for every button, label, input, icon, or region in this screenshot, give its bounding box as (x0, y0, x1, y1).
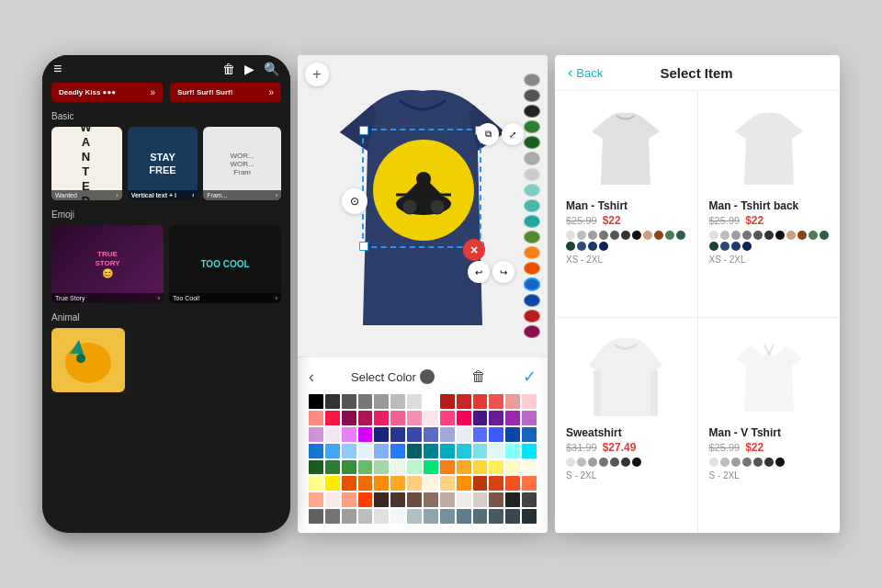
featured-surf[interactable]: Surf! Surf! Surf! » (170, 83, 281, 102)
palette-color-cell[interactable] (358, 411, 373, 425)
color-option[interactable] (524, 231, 540, 243)
palette-color-cell[interactable] (390, 411, 405, 425)
palette-color-cell[interactable] (505, 444, 520, 458)
design-overlay[interactable] (362, 129, 481, 248)
palette-color-cell[interactable] (473, 394, 488, 409)
color-dot[interactable] (775, 458, 785, 467)
color-dot[interactable] (566, 458, 575, 467)
palette-color-cell[interactable] (390, 492, 405, 507)
color-dot[interactable] (753, 231, 763, 240)
color-dot[interactable] (632, 458, 641, 467)
palette-color-cell[interactable] (309, 444, 323, 458)
palette-color-cell[interactable] (424, 476, 438, 491)
palette-color-cell[interactable] (440, 509, 455, 524)
palette-color-cell[interactable] (457, 444, 471, 458)
color-dot[interactable] (808, 231, 818, 240)
palette-color-cell[interactable] (325, 394, 340, 409)
palette-color-cell[interactable] (342, 509, 356, 524)
palette-color-cell[interactable] (473, 460, 488, 475)
color-dot[interactable] (797, 231, 807, 240)
palette-color-cell[interactable] (489, 444, 503, 458)
palette-color-cell[interactable] (407, 509, 422, 524)
palette-color-cell[interactable] (390, 394, 405, 409)
color-dot[interactable] (665, 231, 674, 240)
palette-color-cell[interactable] (358, 394, 373, 409)
color-dot[interactable] (742, 458, 752, 467)
palette-color-cell[interactable] (522, 509, 537, 524)
palette-color-cell[interactable] (342, 476, 356, 491)
palette-color-cell[interactable] (309, 394, 323, 409)
palette-color-cell[interactable] (424, 509, 438, 524)
palette-color-cell[interactable] (440, 476, 455, 491)
palette-color-cell[interactable] (374, 460, 389, 475)
palette-color-cell[interactable] (457, 394, 471, 409)
color-dot[interactable] (621, 458, 630, 467)
color-dot[interactable] (709, 242, 718, 251)
animal-card[interactable] (51, 328, 125, 392)
truestory-card[interactable]: TRUESTORY 😊 True Story› (51, 225, 164, 303)
palette-color-cell[interactable] (473, 411, 488, 425)
color-dot[interactable] (764, 458, 774, 467)
palette-color-cell[interactable] (342, 492, 356, 507)
layer-tool-button[interactable]: ⊙ (342, 188, 368, 214)
color-option[interactable] (524, 74, 540, 86)
color-option[interactable] (524, 246, 540, 259)
color-option[interactable] (524, 105, 540, 118)
color-dot[interactable] (731, 231, 741, 240)
color-dot[interactable] (588, 242, 597, 251)
palette-color-cell[interactable] (374, 492, 389, 507)
color-dot[interactable] (775, 231, 785, 240)
palette-color-cell[interactable] (374, 444, 389, 458)
stayfree-card[interactable]: STAY FREE Vertical text + i› (128, 127, 198, 200)
palette-color-cell[interactable] (325, 476, 340, 491)
palette-color-cell[interactable] (390, 460, 405, 475)
palette-color-cell[interactable] (522, 492, 537, 507)
color-dot[interactable] (786, 231, 796, 240)
palette-color-cell[interactable] (390, 476, 405, 491)
palette-color-cell[interactable] (342, 444, 356, 458)
item-card[interactable]: Man - V Tshirt$25.99$22S - 2XL (698, 318, 841, 533)
checkmark-icon[interactable]: ✓ (523, 367, 537, 387)
palette-color-cell[interactable] (522, 460, 537, 475)
palette-color-cell[interactable] (522, 427, 537, 442)
wanted-card[interactable]: W A N T E D Wanted› (51, 127, 122, 200)
palette-color-cell[interactable] (358, 492, 373, 507)
color-dot[interactable] (820, 231, 829, 240)
palette-color-cell[interactable] (358, 476, 373, 491)
color-option[interactable] (524, 294, 540, 307)
palette-color-cell[interactable] (489, 476, 503, 491)
item-card[interactable]: Sweatshirt$31.99$27.49S - 2XL (555, 318, 697, 533)
color-dot[interactable] (566, 242, 575, 251)
palette-color-cell[interactable] (309, 411, 323, 425)
color-option[interactable] (524, 215, 540, 228)
palette-color-cell[interactable] (457, 411, 471, 425)
palette-color-cell[interactable] (489, 394, 503, 409)
color-dot[interactable] (742, 231, 752, 240)
palette-color-cell[interactable] (457, 492, 471, 507)
palette-color-cell[interactable] (505, 476, 520, 491)
palette-color-cell[interactable] (342, 460, 356, 475)
palette-color-cell[interactable] (473, 444, 488, 458)
color-dot[interactable] (599, 231, 608, 240)
palette-color-cell[interactable] (407, 427, 422, 442)
frame-card[interactable]: WOR...WOR...Fram Fram...› (203, 127, 281, 200)
back-link-button[interactable]: ‹ Back (568, 64, 603, 81)
color-option[interactable] (524, 325, 540, 338)
item-card[interactable]: Man - Tshirt back$25.99$22XS - 2XL (698, 91, 841, 317)
palette-color-cell[interactable] (489, 427, 503, 442)
rotate-right-button[interactable]: ↪ (492, 261, 514, 283)
palette-color-cell[interactable] (309, 427, 323, 442)
palette-color-cell[interactable] (325, 492, 340, 507)
palette-color-cell[interactable] (424, 460, 438, 475)
palette-color-cell[interactable] (440, 492, 455, 507)
palette-color-cell[interactable] (424, 394, 438, 409)
featured-deadly-kiss[interactable]: Deadly Kiss ●●● » (51, 83, 163, 102)
palette-color-cell[interactable] (325, 509, 340, 524)
delete-button[interactable]: × (463, 239, 485, 261)
color-dot[interactable] (709, 231, 718, 240)
palette-color-cell[interactable] (407, 460, 422, 475)
palette-color-cell[interactable] (424, 427, 438, 442)
color-option[interactable] (524, 152, 540, 164)
palette-color-cell[interactable] (309, 460, 323, 475)
palette-color-cell[interactable] (440, 460, 455, 475)
